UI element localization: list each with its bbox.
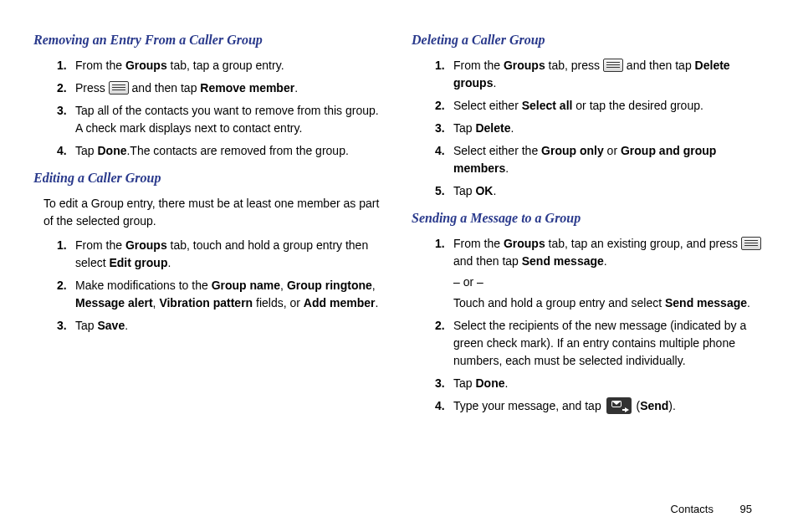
bold-text: OK xyxy=(475,184,493,197)
footer-page-number: 95 xyxy=(740,503,752,515)
step-number: 1. xyxy=(435,235,445,253)
bold-text: Delete groups xyxy=(453,59,730,90)
step-item: 4.Tap Done.The contacts are removed from… xyxy=(57,142,386,160)
bold-text: Save xyxy=(97,319,125,332)
step-item: 4.Type your message, and tap (Send). xyxy=(435,397,765,415)
step-number: 2. xyxy=(435,317,445,335)
bold-text: Send message xyxy=(522,254,604,268)
section-heading: Editing a Caller Group xyxy=(33,168,386,188)
page-footer: Contacts 95 xyxy=(671,503,752,515)
menu-icon xyxy=(603,59,623,72)
bold-text: Groups xyxy=(125,238,167,252)
bold-text: Groups xyxy=(125,59,167,72)
step-number: 5. xyxy=(435,182,445,200)
step-number: 2. xyxy=(57,277,67,294)
step-item: 2.Select either Select all or tap the de… xyxy=(435,97,765,115)
step-number: 3. xyxy=(435,120,445,137)
section-heading: Deleting a Caller Group xyxy=(412,30,765,50)
step-item: 3.Tap all of the contacts you want to re… xyxy=(57,102,386,137)
steps-list: 1.From the Groups tab, tap a group entry… xyxy=(33,57,386,160)
bold-text: Edit group xyxy=(109,256,167,269)
step-number: 3. xyxy=(57,102,67,120)
step-item: 5.Tap OK. xyxy=(435,182,765,200)
page-content: Removing an Entry From a Caller Group1.F… xyxy=(0,0,798,502)
bold-text: Send message xyxy=(665,296,747,309)
step-body: Type your message, and tap (Send). xyxy=(453,399,676,412)
step-item: 1.From the Groups tab, tap an existing g… xyxy=(435,235,765,312)
step-item: 3.Tap Done. xyxy=(435,375,765,392)
right-column: Deleting a Caller Group1.From the Groups… xyxy=(412,25,765,494)
sub-paragraph: Touch and hold a group entry and select … xyxy=(453,294,765,312)
menu-icon xyxy=(109,81,129,95)
step-body: Tap Done.The contacts are removed from t… xyxy=(75,144,349,157)
step-number: 1. xyxy=(57,57,67,74)
bold-text: Select all xyxy=(522,99,573,112)
step-body: Make modifications to the Group name, Gr… xyxy=(75,279,378,309)
bold-text: Message alert xyxy=(75,296,153,309)
footer-section: Contacts xyxy=(671,503,714,515)
step-number: 4. xyxy=(435,142,445,160)
left-column: Removing an Entry From a Caller Group1.F… xyxy=(33,25,386,494)
section-heading: Removing an Entry From a Caller Group xyxy=(33,30,386,50)
step-body: Select either Select all or tap the desi… xyxy=(453,99,703,112)
step-number: 4. xyxy=(435,397,445,415)
step-body: Tap Delete. xyxy=(453,121,514,135)
bold-text: Groups xyxy=(504,59,545,72)
step-item: 2.Select the recipients of the new messa… xyxy=(435,317,765,370)
step-item: 1.From the Groups tab, press and then ta… xyxy=(435,57,765,92)
step-body: From the Groups tab, touch and hold a gr… xyxy=(75,238,368,269)
step-body: Select the recipients of the new message… xyxy=(453,319,746,367)
bold-text: Group ringtone xyxy=(287,279,372,292)
step-item: 2.Press and then tap Remove member. xyxy=(57,79,386,97)
step-number: 3. xyxy=(57,317,67,335)
step-item: 3.Tap Delete. xyxy=(435,120,765,137)
step-item: 1.From the Groups tab, tap a group entry… xyxy=(57,57,386,74)
menu-icon xyxy=(741,237,761,250)
steps-list: 1.From the Groups tab, press and then ta… xyxy=(412,57,765,200)
step-body: From the Groups tab, tap a group entry. xyxy=(75,59,284,72)
step-body: Tap OK. xyxy=(453,184,496,197)
steps-list: 1.From the Groups tab, tap an existing g… xyxy=(412,235,765,415)
step-item: 1.From the Groups tab, touch and hold a … xyxy=(57,237,386,272)
step-number: 1. xyxy=(57,237,67,254)
steps-list: 1.From the Groups tab, touch and hold a … xyxy=(33,237,386,335)
send-icon xyxy=(606,397,632,414)
bold-text: Groups xyxy=(504,237,545,250)
bold-text: Group name xyxy=(212,279,280,292)
step-number: 2. xyxy=(57,79,67,97)
bold-text: Send xyxy=(640,399,668,412)
section-heading: Sending a Message to a Group xyxy=(412,208,765,228)
bold-text: Group only xyxy=(541,144,604,157)
bold-text: Add member xyxy=(304,296,376,309)
step-body: Tap all of the contacts you want to remo… xyxy=(75,104,379,135)
sub-paragraph: – or – xyxy=(453,274,765,291)
bold-text: Remove member xyxy=(200,81,294,95)
bold-text: Vibration pattern xyxy=(159,296,253,309)
step-number: 1. xyxy=(435,57,445,74)
step-number: 4. xyxy=(57,142,67,160)
step-body: Tap Done. xyxy=(453,376,508,390)
step-body: Select either the Group only or Group an… xyxy=(453,144,716,175)
step-body: Tap Save. xyxy=(75,319,128,332)
step-number: 3. xyxy=(435,375,445,392)
step-number: 2. xyxy=(435,97,445,115)
step-body: Press and then tap Remove member. xyxy=(75,81,298,95)
step-body: From the Groups tab, press and then tap … xyxy=(453,59,730,90)
step-item: 2.Make modifications to the Group name, … xyxy=(57,277,386,312)
section-intro: To edit a Group entry, there must be at … xyxy=(43,195,386,230)
step-item: 4.Select either the Group only or Group … xyxy=(435,142,765,177)
step-body: From the Groups tab, tap an existing gro… xyxy=(453,237,765,312)
bold-text: Delete xyxy=(475,121,510,135)
bold-text: Done xyxy=(97,144,126,157)
step-item: 3.Tap Save. xyxy=(57,317,386,335)
bold-text: Done xyxy=(475,376,504,390)
